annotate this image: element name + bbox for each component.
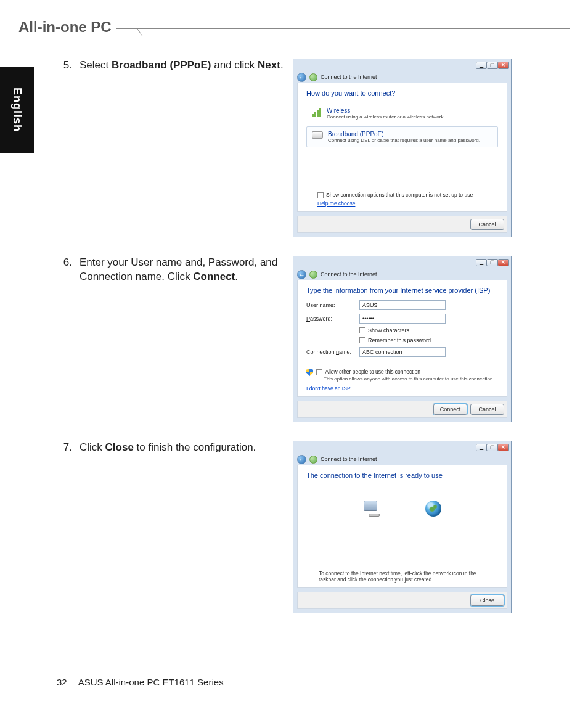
dialog-title: Connect to the Internet bbox=[321, 456, 377, 462]
checkbox-icon[interactable] bbox=[316, 369, 322, 375]
username-field[interactable]: ASUS bbox=[359, 300, 446, 310]
step-7-text: 7. Click Close to finish the configurati… bbox=[59, 441, 284, 613]
window-controls: ▁ ▢ ✕ bbox=[476, 62, 509, 69]
window-controls: ▁ ▢ ✕ bbox=[476, 259, 509, 266]
step-number: 5. bbox=[59, 59, 72, 237]
nav-row: ← Connect to the Internet bbox=[293, 269, 511, 280]
dialog-title: Connect to the Internet bbox=[321, 271, 377, 277]
no-isp-link[interactable]: I don't have an ISP bbox=[306, 385, 351, 391]
t: Connection bbox=[306, 349, 336, 355]
t: . bbox=[280, 59, 284, 71]
t: to finish the configuration. bbox=[134, 441, 256, 453]
close-button[interactable]: ✕ bbox=[498, 444, 509, 451]
cancel-button[interactable]: Cancel bbox=[470, 219, 504, 230]
row-allow-others[interactable]: Allow other people to use this connectio… bbox=[306, 369, 498, 382]
step-number: 7. bbox=[59, 441, 72, 613]
next-time-hint: To connect to the Internet next time, le… bbox=[306, 570, 498, 583]
back-icon[interactable]: ← bbox=[297, 73, 306, 82]
back-icon[interactable]: ← bbox=[297, 455, 306, 464]
connection-name-field[interactable]: ABC connection bbox=[359, 347, 446, 357]
dialog-title: Connect to the Internet bbox=[321, 74, 377, 80]
checkbox-icon[interactable] bbox=[317, 192, 324, 198]
option-wireless[interactable]: Wireless Connect using a wireless router… bbox=[306, 103, 498, 124]
dialog-footer: Connect Cancel bbox=[297, 401, 507, 418]
dialog-footer: Cancel bbox=[297, 216, 507, 233]
option-subtitle: Connect using DSL or cable that requires… bbox=[328, 137, 480, 143]
minimize-button[interactable]: ▁ bbox=[476, 259, 487, 266]
nav-row: ← Connect to the Internet bbox=[293, 454, 511, 465]
wizard-icon bbox=[309, 73, 317, 81]
row-show-chars[interactable]: Show characters bbox=[359, 327, 498, 333]
minimize-button[interactable]: ▁ bbox=[476, 62, 487, 69]
close-button[interactable]: ✕ bbox=[498, 62, 509, 69]
t: ser name: bbox=[311, 302, 335, 308]
t: assword: bbox=[310, 316, 332, 322]
prompt: Type the information from your Internet … bbox=[306, 287, 498, 294]
dialog-body: The connection to the Internet is ready … bbox=[297, 465, 507, 588]
step-body: Enter your User name and, Password, and … bbox=[80, 256, 284, 422]
help-link[interactable]: Help me choose bbox=[317, 200, 355, 207]
t: llow other people to use this connection bbox=[329, 369, 420, 375]
dialog-footer: Close bbox=[297, 592, 507, 609]
dialog-connect-method: ▁ ▢ ✕ ← Connect to the Internet How do y… bbox=[293, 59, 512, 237]
page-footer: 32ASUS All-in-one PC ET1611 Series bbox=[57, 677, 224, 687]
step-7: 7. Click Close to finish the configurati… bbox=[59, 441, 551, 613]
checkbox-icon[interactable] bbox=[359, 337, 365, 343]
ready-graphic bbox=[306, 501, 498, 517]
maximize-button[interactable]: ▢ bbox=[487, 259, 498, 266]
page-header: All-in-one PC bbox=[18, 18, 570, 36]
t: . bbox=[235, 271, 238, 282]
dialog-isp-info: ▁ ▢ ✕ ← Connect to the Internet Type the… bbox=[293, 256, 512, 422]
dialog-body: How do you want to connect? Wireless Con… bbox=[297, 83, 507, 212]
username-label: User name: bbox=[306, 302, 359, 308]
label: Show connection options that this comput… bbox=[326, 192, 473, 198]
checkbox-icon[interactable] bbox=[359, 327, 365, 333]
bold: Connect bbox=[193, 271, 235, 282]
step-6-text: 6. Enter your User name and, Password, a… bbox=[59, 256, 284, 422]
row-remember[interactable]: Remember this password bbox=[359, 337, 498, 343]
dialog-body: Type the information from your Internet … bbox=[297, 280, 507, 397]
connect-button[interactable]: Connect bbox=[433, 404, 467, 415]
row-password: Password: •••••• bbox=[306, 314, 498, 324]
wizard-icon bbox=[309, 271, 317, 279]
password-label: Password: bbox=[306, 316, 359, 322]
option-subtitle: Connect using a wireless router or a wir… bbox=[327, 114, 445, 120]
t: Click bbox=[80, 441, 105, 453]
header-rule-lower bbox=[139, 35, 560, 35]
row-username: User name: ASUS bbox=[306, 300, 498, 310]
titlebar: ▁ ▢ ✕ bbox=[293, 441, 511, 454]
option-broadband[interactable]: Broadband (PPPoE) Connect using DSL or c… bbox=[306, 126, 498, 147]
t: ame: bbox=[339, 349, 351, 355]
modem-icon bbox=[312, 131, 323, 139]
t: how characters bbox=[372, 327, 409, 333]
prompt: The connection to the Internet is ready … bbox=[306, 472, 498, 479]
back-icon[interactable]: ← bbox=[297, 270, 306, 279]
connection-line bbox=[374, 509, 430, 509]
content: 5. Select Broadband (PPPoE) and click Ne… bbox=[59, 59, 551, 632]
bold: Close bbox=[105, 441, 134, 453]
maximize-button[interactable]: ▢ bbox=[487, 444, 498, 451]
shield-icon bbox=[306, 369, 313, 376]
t: Select bbox=[80, 59, 112, 71]
maximize-button[interactable]: ▢ bbox=[487, 62, 498, 69]
step-5-text: 5. Select Broadband (PPPoE) and click Ne… bbox=[59, 59, 284, 237]
minimize-button[interactable]: ▁ bbox=[476, 444, 487, 451]
close-button-action[interactable]: Close bbox=[470, 595, 504, 606]
titlebar: ▁ ▢ ✕ bbox=[293, 256, 511, 269]
bold: Next bbox=[258, 59, 280, 71]
password-field[interactable]: •••••• bbox=[359, 314, 446, 324]
language-tab: English bbox=[0, 67, 34, 153]
connection-name-label: Connection name: bbox=[306, 349, 359, 355]
step-body: Select Broadband (PPPoE) and click Next. bbox=[80, 59, 284, 237]
step-number: 6. bbox=[59, 256, 72, 422]
close-button[interactable]: ✕ bbox=[498, 259, 509, 266]
row-connection-name: Connection name: ABC connection bbox=[306, 347, 498, 357]
show-more-options[interactable]: Show connection options that this comput… bbox=[317, 192, 498, 198]
manual-page: All-in-one PC English 5. Select Broadban… bbox=[0, 0, 588, 712]
nav-row: ← Connect to the Internet bbox=[293, 72, 511, 83]
window-controls: ▁ ▢ ✕ bbox=[476, 444, 509, 451]
cancel-button[interactable]: Cancel bbox=[470, 404, 504, 415]
option-title: Broadband (PPPoE) bbox=[328, 131, 480, 137]
product-title: All-in-one PC bbox=[18, 18, 116, 36]
t: emember this password bbox=[372, 337, 431, 343]
